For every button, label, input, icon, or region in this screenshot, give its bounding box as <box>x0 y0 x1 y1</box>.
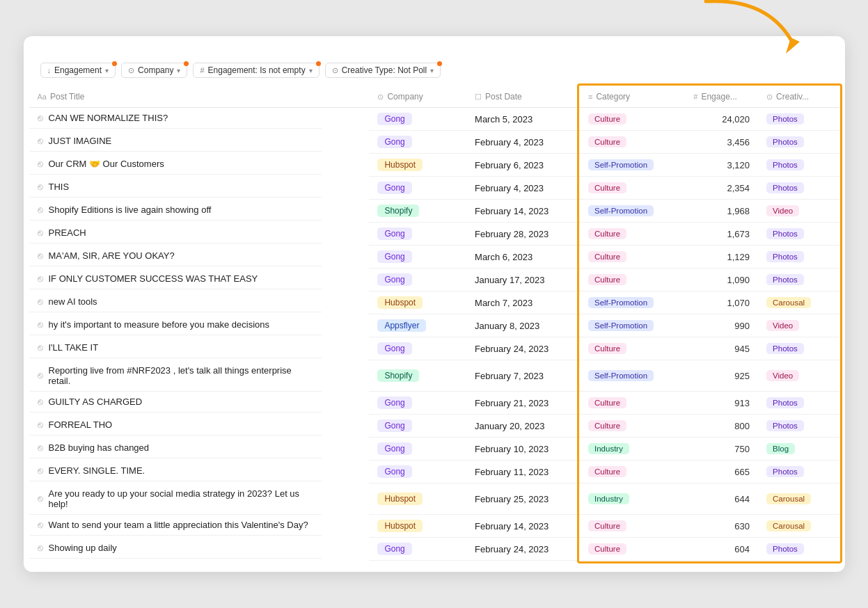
data-table: AaPost Title⊙Company☐Post Date≡Category#… <box>29 86 839 561</box>
filter-chip-0[interactable]: ↓Engagement▾ <box>40 63 116 78</box>
filter-label-1: Company <box>138 65 173 75</box>
cell-category-17: Culture <box>580 515 685 538</box>
category-badge-9: Self-Promotion <box>588 320 654 331</box>
table-row[interactable]: ⎋ Showing up daily Gong February 24, 202… <box>29 538 839 561</box>
cell-company-5: Gong <box>369 223 466 246</box>
cell-date-2: February 6, 2023 <box>466 154 580 177</box>
col-label-0: Post Title <box>50 92 84 102</box>
category-badge-11: Self-Promotion <box>588 370 654 381</box>
table-scroll[interactable]: AaPost Title⊙Company☐Post Date≡Category#… <box>24 86 845 561</box>
creative-badge-17: Carousal <box>766 520 811 531</box>
cell-title-5: ⎋ PREACH <box>29 223 322 243</box>
creative-badge-12: Photos <box>766 397 804 408</box>
table-row[interactable]: ⎋ I'LL TAKE IT Gong February 24, 2023 Cu… <box>29 337 839 360</box>
doc-icon-17: ⎋ <box>38 520 43 530</box>
cell-category-18: Culture <box>580 538 685 561</box>
post-title-7: IF ONLY CUSTOMER SUCCESS WAS THAT EASY <box>49 273 258 284</box>
category-badge-13: Culture <box>588 420 626 431</box>
table-row[interactable]: ⎋ B2B buying has changed Gong February 1… <box>29 438 839 461</box>
creative-badge-8: Carousal <box>766 297 811 308</box>
col-icon-4: # <box>693 93 697 101</box>
filter-chip-2[interactable]: #Engagement: Is not empty▾ <box>193 63 319 78</box>
doc-icon-1: ⎋ <box>38 136 43 146</box>
post-title-3: THIS <box>49 182 70 192</box>
table-row[interactable]: ⎋ MA'AM, SIR, ARE YOU OKAY? Gong March 6… <box>29 246 839 269</box>
creative-badge-0: Photos <box>766 113 804 125</box>
cell-creative-11: Video <box>758 360 839 392</box>
cell-company-1: Gong <box>369 131 466 154</box>
cell-company-15: Gong <box>369 461 466 483</box>
table-row[interactable]: ⎋ CAN WE NORMALIZE THIS? Gong March 5, 2… <box>29 108 839 131</box>
cell-company-2: Hubspot <box>369 154 466 177</box>
filter-chip-3[interactable]: ⊙Creative Type: Not Poll▾ <box>325 63 441 78</box>
doc-icon-12: ⎋ <box>38 397 43 407</box>
cell-company-3: Gong <box>369 177 466 200</box>
cell-engagement-5: 1,673 <box>685 223 758 246</box>
cell-company-13: Gong <box>369 415 466 438</box>
post-title-12: GUILTY AS CHARGED <box>49 397 143 407</box>
table-row[interactable]: ⎋ IF ONLY CUSTOMER SUCCESS WAS THAT EASY… <box>29 269 839 291</box>
filter-icon-0: ↓ <box>47 66 52 74</box>
cell-engagement-0: 24,020 <box>685 108 758 131</box>
col-header-company: ⊙Company <box>369 86 466 108</box>
cell-date-1: February 4, 2023 <box>466 131 580 154</box>
company-badge-16: Hubspot <box>377 493 423 505</box>
company-badge-17: Hubspot <box>377 520 423 532</box>
cell-date-5: February 28, 2023 <box>466 223 580 246</box>
col-header-engage---: #Engage... <box>685 86 758 108</box>
table-row[interactable]: ⎋ Our CRM 🤝 Our Customers Hubspot Februa… <box>29 154 839 177</box>
doc-icon-0: ⎋ <box>38 113 43 123</box>
category-badge-16: Industry <box>588 493 629 504</box>
company-badge-7: Gong <box>377 273 411 286</box>
cell-engagement-10: 945 <box>685 337 758 360</box>
cell-engagement-12: 913 <box>685 392 758 415</box>
filter-chevron-1: ▾ <box>177 67 180 74</box>
company-badge-14: Gong <box>377 442 411 455</box>
cell-creative-8: Carousal <box>758 291 839 314</box>
cell-category-4: Self-Promotion <box>580 200 685 223</box>
cell-engagement-13: 800 <box>685 415 758 438</box>
filter-chip-1[interactable]: ⊙Company▾ <box>121 63 187 78</box>
doc-icon-15: ⎋ <box>38 465 43 476</box>
table-row[interactable]: ⎋ hy it's important to measure before yo… <box>29 314 839 337</box>
table-row[interactable]: ⎋ GUILTY AS CHARGED Gong February 21, 20… <box>29 392 839 415</box>
filter-chevron-3: ▾ <box>430 67 434 74</box>
table-row[interactable]: ⎋ new AI tools Hubspot March 7, 2023 Sel… <box>29 291 839 314</box>
cell-engagement-8: 1,070 <box>685 291 758 314</box>
table-row[interactable]: ⎋ JUST IMAGINE Gong February 4, 2023 Cul… <box>29 131 839 154</box>
cell-category-8: Self-Promotion <box>580 291 685 314</box>
doc-icon-9: ⎋ <box>38 319 43 330</box>
category-badge-17: Culture <box>588 520 626 531</box>
company-badge-6: Gong <box>377 250 411 263</box>
cell-company-18: Gong <box>369 538 466 561</box>
doc-icon-3: ⎋ <box>38 182 43 192</box>
cell-category-11: Self-Promotion <box>580 360 685 392</box>
post-title-6: MA'AM, SIR, ARE YOU OKAY? <box>49 250 175 261</box>
table-row[interactable]: ⎋ PREACH Gong February 28, 2023 Culture … <box>29 223 839 246</box>
cell-creative-7: Photos <box>758 269 839 291</box>
outer-container: ↓Engagement▾⊙Company▾#Engagement: Is not… <box>24 36 845 572</box>
col-header-post-date: ☐Post Date <box>466 86 580 108</box>
cell-category-1: Culture <box>580 131 685 154</box>
table-row[interactable]: ⎋ Shopify Editions is live again showing… <box>29 200 839 223</box>
category-badge-8: Self-Promotion <box>588 297 654 308</box>
table-row[interactable]: ⎋ Want to send your team a little apprec… <box>29 515 839 538</box>
col-label-2: Post Date <box>485 92 522 102</box>
company-badge-9: Appsflyer <box>377 319 426 332</box>
post-title-17: Want to send your team a little apprecia… <box>49 520 308 530</box>
table-row[interactable]: ⎋ Are you ready to up your social media … <box>29 483 839 515</box>
cell-category-14: Industry <box>580 438 685 461</box>
post-title-15: EVERY. SINGLE. TIME. <box>49 465 145 476</box>
table-row[interactable]: ⎋ FORREAL THO Gong January 20, 2023 Cult… <box>29 415 839 438</box>
table-row[interactable]: ⎋ EVERY. SINGLE. TIME. Gong February 11,… <box>29 461 839 483</box>
cell-creative-13: Photos <box>758 415 839 438</box>
filter-label-3: Creative Type: Not Poll <box>342 65 427 75</box>
cell-date-15: February 11, 2023 <box>466 461 580 483</box>
cell-category-0: Culture <box>580 108 685 131</box>
table-row[interactable]: ⎋ Reporting live from #NRF2023 , let's t… <box>29 360 839 392</box>
table-row[interactable]: ⎋ THIS Gong February 4, 2023 Culture 2,3… <box>29 177 839 200</box>
cell-date-12: February 21, 2023 <box>466 392 580 415</box>
post-title-5: PREACH <box>49 227 86 238</box>
cell-engagement-15: 665 <box>685 461 758 483</box>
cell-creative-9: Video <box>758 314 839 337</box>
